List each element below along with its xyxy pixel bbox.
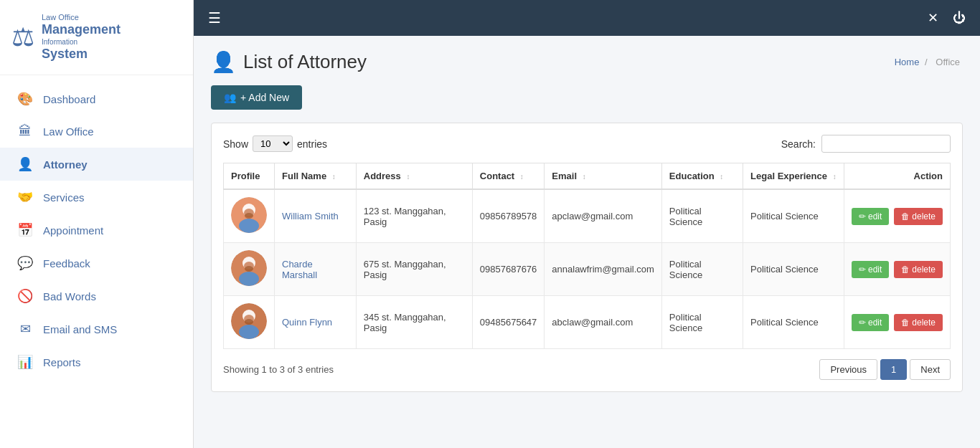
svg-point-4 bbox=[245, 213, 253, 219]
action-cell: ✏ edit 🗑 delete bbox=[844, 243, 950, 296]
avatar bbox=[231, 303, 267, 339]
education-cell: Political Science bbox=[661, 296, 743, 349]
contact-cell: 09856789578 bbox=[472, 189, 545, 243]
power-icon[interactable]: ⏻ bbox=[953, 11, 966, 26]
sidebar-item-feedback[interactable]: 💬 Feedback bbox=[0, 247, 193, 280]
feedback-icon: 💬 bbox=[17, 255, 33, 271]
entries-select[interactable]: 10 25 50 100 bbox=[253, 135, 293, 152]
action-cell: ✏ edit 🗑 delete bbox=[844, 189, 950, 243]
action-cell: ✏ edit 🗑 delete bbox=[844, 296, 950, 349]
sidebar-item-services[interactable]: 🤝 Services bbox=[0, 181, 193, 214]
appointment-icon: 📅 bbox=[17, 222, 33, 238]
col-legal-experience[interactable]: Legal Experience ↕ bbox=[743, 163, 844, 190]
delete-button[interactable]: 🗑 delete bbox=[894, 208, 943, 225]
col-address[interactable]: Address ↕ bbox=[356, 163, 472, 190]
logo-text: Law Office Management Information System bbox=[42, 13, 121, 62]
sidebar-item-label: Bad Words bbox=[43, 290, 96, 302]
delete-button[interactable]: 🗑 delete bbox=[894, 261, 943, 278]
delete-button[interactable]: 🗑 delete bbox=[894, 314, 943, 331]
topbar: ☰ ✕ ⏻ bbox=[194, 0, 980, 36]
page-1-button[interactable]: 1 bbox=[880, 359, 907, 380]
page-title: 👤 List of Attorney bbox=[211, 50, 367, 74]
legal-experience-cell: Political Science bbox=[743, 243, 844, 296]
breadcrumb-current: Office bbox=[936, 57, 960, 67]
address-cell: 123 st. Manggahan, Pasig bbox=[356, 189, 472, 243]
svg-point-7 bbox=[239, 272, 259, 286]
breadcrumb: Home / Office bbox=[895, 57, 963, 67]
edit-button[interactable]: ✏ edit bbox=[852, 261, 890, 278]
previous-button[interactable]: Previous bbox=[819, 359, 877, 380]
table-body: William Smith 123 st. Manggahan, Pasig 0… bbox=[224, 189, 951, 349]
entries-label: entries bbox=[297, 138, 327, 150]
topbar-actions: ✕ ⏻ bbox=[928, 10, 966, 26]
logo-line4: System bbox=[42, 47, 121, 62]
table-controls: Show 10 25 50 100 entries Search: bbox=[223, 135, 951, 153]
page-header: 👤 List of Attorney Home / Office bbox=[211, 50, 963, 74]
attorney-title-icon: 👤 bbox=[211, 50, 236, 74]
sidebar-item-reports[interactable]: 📊 Reports bbox=[0, 345, 193, 378]
col-education[interactable]: Education ↕ bbox=[661, 163, 743, 190]
logo-line1: Law Office bbox=[42, 13, 121, 22]
svg-point-12 bbox=[239, 325, 259, 339]
reports-icon: 📊 bbox=[17, 354, 33, 370]
table-row: Quinn Flynn 345 st. Manggahan, Pasig 094… bbox=[224, 296, 951, 349]
next-button[interactable]: Next bbox=[910, 359, 951, 380]
email-cell: abclaw@gmail.com bbox=[545, 296, 662, 349]
search-input[interactable] bbox=[821, 135, 951, 153]
legal-experience-cell: Political Science bbox=[743, 296, 844, 349]
sidebar-item-label: Appointment bbox=[43, 224, 103, 237]
address-cell: 345 st. Manggahan, Pasig bbox=[356, 296, 472, 349]
profile-cell bbox=[224, 296, 275, 349]
edit-button[interactable]: ✏ edit bbox=[852, 208, 890, 225]
sidebar-item-label: Email and SMS bbox=[43, 323, 117, 335]
breadcrumb-home[interactable]: Home bbox=[895, 57, 920, 67]
legal-experience-cell: Political Science bbox=[743, 189, 844, 243]
dashboard-icon: 🎨 bbox=[17, 91, 33, 107]
show-label: Show bbox=[223, 138, 248, 150]
close-icon[interactable]: ✕ bbox=[928, 10, 938, 26]
full-name-cell: Charde Marshall bbox=[275, 243, 357, 296]
services-icon: 🤝 bbox=[17, 189, 33, 205]
sidebar: ⚖ Law Office Management Information Syst… bbox=[0, 0, 194, 448]
full-name-cell: William Smith bbox=[275, 189, 357, 243]
search-label: Search: bbox=[781, 138, 816, 150]
hamburger-button[interactable]: ☰ bbox=[208, 9, 221, 27]
contact-cell: 09857687676 bbox=[472, 243, 545, 296]
sidebar-item-label: Reports bbox=[43, 356, 81, 368]
table-row: Charde Marshall 675 st. Manggahan, Pasig… bbox=[224, 243, 951, 296]
sidebar-item-bad-words[interactable]: 🚫 Bad Words bbox=[0, 280, 193, 313]
add-new-button[interactable]: 👥 + Add New bbox=[211, 85, 302, 110]
sidebar-nav: 🎨 Dashboard 🏛 Law Office 👤 Attorney 🤝 Se… bbox=[0, 75, 193, 448]
col-full-name[interactable]: Full Name ↕ bbox=[275, 163, 357, 190]
sidebar-item-law-office[interactable]: 🏛 Law Office bbox=[0, 115, 193, 148]
svg-point-9 bbox=[245, 266, 253, 272]
edit-button[interactable]: ✏ edit bbox=[852, 314, 890, 331]
sidebar-item-email-sms[interactable]: ✉ Email and SMS bbox=[0, 313, 193, 345]
bad-words-icon: 🚫 bbox=[17, 288, 33, 304]
email-cell: annalawfrim@gmail.com bbox=[545, 243, 662, 296]
svg-point-2 bbox=[239, 219, 259, 233]
profile-cell bbox=[224, 189, 275, 243]
email-cell: apclaw@gmail.com bbox=[545, 189, 662, 243]
main-content: ☰ ✕ ⏻ 👤 List of Attorney Home / Office 👥… bbox=[194, 0, 980, 448]
sidebar-item-appointment[interactable]: 📅 Appointment bbox=[0, 214, 193, 247]
col-email[interactable]: Email ↕ bbox=[545, 163, 662, 190]
table-container: Show 10 25 50 100 entries Search: bbox=[211, 123, 963, 392]
table-footer: Showing 1 to 3 of 3 entries Previous 1 N… bbox=[223, 359, 951, 380]
breadcrumb-sep: / bbox=[925, 57, 928, 67]
email-sms-icon: ✉ bbox=[17, 321, 33, 337]
add-new-label: + Add New bbox=[240, 92, 289, 103]
sidebar-item-label: Dashboard bbox=[43, 93, 95, 105]
sidebar-item-dashboard[interactable]: 🎨 Dashboard bbox=[0, 82, 193, 115]
col-contact[interactable]: Contact ↕ bbox=[472, 163, 545, 190]
show-entries: Show 10 25 50 100 entries bbox=[223, 135, 327, 152]
sidebar-item-attorney[interactable]: 👤 Attorney bbox=[0, 148, 193, 181]
avatar bbox=[231, 250, 267, 286]
address-cell: 675 st. Manggahan, Pasig bbox=[356, 243, 472, 296]
attorney-table: Profile Full Name ↕ Address ↕ Contact ↕ … bbox=[223, 163, 951, 349]
add-icon: 👥 bbox=[224, 92, 236, 103]
logo-line3: Information bbox=[42, 38, 121, 47]
sidebar-item-label: Attorney bbox=[43, 158, 88, 171]
full-name-cell: Quinn Flynn bbox=[275, 296, 357, 349]
col-profile: Profile bbox=[224, 163, 275, 190]
